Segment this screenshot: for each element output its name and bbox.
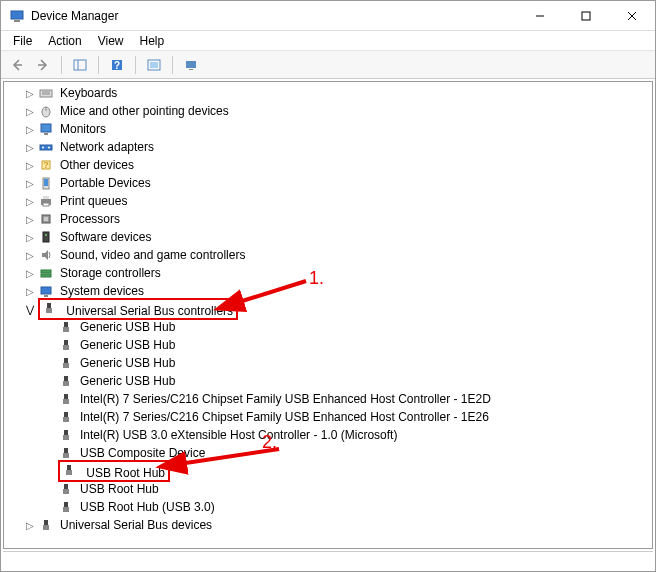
tree-device-item[interactable]: Generic USB Hub (4, 354, 652, 372)
usb-icon (58, 355, 74, 371)
tree-device-item[interactable]: USB Root Hub (USB 3.0) (4, 498, 652, 516)
tree-device-label: USB Root Hub (78, 482, 161, 496)
tree-device-item[interactable]: Intel(R) 7 Series/C216 Chipset Family US… (4, 390, 652, 408)
tree-category-keyboards[interactable]: ▷ Keyboards (4, 84, 652, 102)
svg-rect-60 (66, 470, 72, 475)
tree-device-item[interactable]: Intel(R) 7 Series/C216 Chipset Family US… (4, 408, 652, 426)
menu-action[interactable]: Action (40, 32, 89, 50)
tree-category-label: Universal Serial Bus devices (58, 518, 214, 532)
svg-rect-44 (63, 327, 69, 332)
svg-text:?: ? (43, 160, 49, 170)
tree-category-usb-controllers[interactable]: ⋁ Universal Serial Bus controllers (4, 300, 652, 318)
show-hidden-devices-button[interactable] (179, 54, 203, 76)
svg-rect-8 (74, 60, 86, 70)
svg-rect-47 (64, 358, 68, 363)
usb-icon (58, 319, 74, 335)
expand-icon[interactable]: ▷ (22, 106, 38, 117)
tree-category-portable[interactable]: ▷ Portable Devices (4, 174, 652, 192)
svg-rect-40 (44, 295, 48, 297)
scan-hardware-button[interactable] (142, 54, 166, 76)
svg-rect-42 (46, 308, 52, 313)
svg-rect-53 (64, 412, 68, 417)
svg-point-36 (45, 234, 47, 236)
menu-help[interactable]: Help (132, 32, 173, 50)
maximize-button[interactable] (563, 1, 609, 30)
expand-icon[interactable]: ▷ (22, 178, 38, 189)
app-icon (9, 8, 25, 24)
tree-device-item[interactable]: Intel(R) USB 3.0 eXtensible Host Control… (4, 426, 652, 444)
tree-device-item[interactable]: Generic USB Hub (4, 318, 652, 336)
svg-rect-41 (47, 303, 51, 308)
expand-icon[interactable]: ▷ (22, 196, 38, 207)
expand-icon[interactable]: ▷ (22, 268, 38, 279)
svg-rect-31 (43, 196, 49, 199)
software-icon (38, 229, 54, 245)
tree-category-label: Keyboards (58, 86, 119, 100)
svg-rect-56 (63, 435, 69, 440)
svg-rect-22 (44, 133, 48, 135)
forward-button[interactable] (31, 54, 55, 76)
usb-icon (58, 445, 74, 461)
expand-icon[interactable]: ▷ (22, 142, 38, 153)
tree-category-label: Storage controllers (58, 266, 163, 280)
tree-category-software[interactable]: ▷ Software devices (4, 228, 652, 246)
titlebar: Device Manager (1, 1, 655, 31)
expand-icon[interactable]: ▷ (22, 160, 38, 171)
collapse-icon[interactable]: ⋁ (22, 304, 38, 315)
svg-rect-55 (64, 430, 68, 435)
expand-icon[interactable]: ▷ (22, 88, 38, 99)
tree-category-mice[interactable]: ▷ Mice and other pointing devices (4, 102, 652, 120)
tree-device-label: Intel(R) 7 Series/C216 Chipset Family US… (78, 392, 493, 406)
back-button[interactable] (5, 54, 29, 76)
svg-point-25 (48, 147, 50, 149)
tree-device-item[interactable]: Generic USB Hub (4, 336, 652, 354)
svg-rect-46 (63, 345, 69, 350)
usb-icon (58, 499, 74, 515)
svg-rect-51 (64, 394, 68, 399)
tree-device-label: Generic USB Hub (78, 356, 177, 370)
usb-icon (58, 427, 74, 443)
tree-category-label: Processors (58, 212, 122, 226)
expand-icon[interactable]: ▷ (22, 232, 38, 243)
svg-rect-63 (64, 502, 68, 507)
tree-category-usb-devices[interactable]: ▷ Universal Serial Bus devices (4, 516, 652, 534)
annotation-highlight-2: USB Root Hub (58, 460, 170, 482)
tree-device-label: Intel(R) USB 3.0 eXtensible Host Control… (78, 428, 399, 442)
usb-icon (58, 409, 74, 425)
expand-icon[interactable]: ▷ (22, 124, 38, 135)
sound-icon (38, 247, 54, 263)
expand-icon[interactable]: ▷ (22, 250, 38, 261)
menu-view[interactable]: View (90, 32, 132, 50)
tree-device-item[interactable]: Generic USB Hub (4, 372, 652, 390)
tree-device-usb-root-hub[interactable]: USB Root Hub (4, 462, 652, 480)
tree-category-label: Universal Serial Bus controllers (64, 304, 235, 318)
tree-device-item[interactable]: USB Root Hub (4, 480, 652, 498)
svg-rect-13 (150, 62, 158, 68)
expand-icon[interactable]: ▷ (22, 520, 38, 531)
close-button[interactable] (609, 1, 655, 30)
menu-file[interactable]: File (5, 32, 40, 50)
tree-category-printers[interactable]: ▷ Print queues (4, 192, 652, 210)
svg-rect-32 (43, 203, 49, 206)
device-tree[interactable]: ▷ Keyboards ▷ Mice and other pointing de… (4, 82, 652, 548)
monitor-icon (38, 121, 54, 137)
svg-rect-29 (44, 179, 48, 186)
expand-icon[interactable]: ▷ (22, 214, 38, 225)
statusbar (3, 551, 653, 569)
tree-category-sound[interactable]: ▷ Sound, video and game controllers (4, 246, 652, 264)
svg-rect-21 (41, 124, 51, 132)
help-button[interactable]: ? (105, 54, 129, 76)
svg-point-24 (42, 147, 44, 149)
show-hide-console-tree-button[interactable] (68, 54, 92, 76)
tree-category-storage[interactable]: ▷ Storage controllers (4, 264, 652, 282)
svg-rect-48 (63, 363, 69, 368)
tree-category-processors[interactable]: ▷ Processors (4, 210, 652, 228)
svg-rect-52 (63, 399, 69, 404)
expand-icon[interactable]: ▷ (22, 286, 38, 297)
minimize-button[interactable] (517, 1, 563, 30)
tree-category-monitors[interactable]: ▷ Monitors (4, 120, 652, 138)
tree-category-network[interactable]: ▷ Network adapters (4, 138, 652, 156)
tree-device-label: USB Root Hub (USB 3.0) (78, 500, 217, 514)
tree-category-other[interactable]: ▷ ? Other devices (4, 156, 652, 174)
svg-rect-65 (44, 520, 48, 525)
